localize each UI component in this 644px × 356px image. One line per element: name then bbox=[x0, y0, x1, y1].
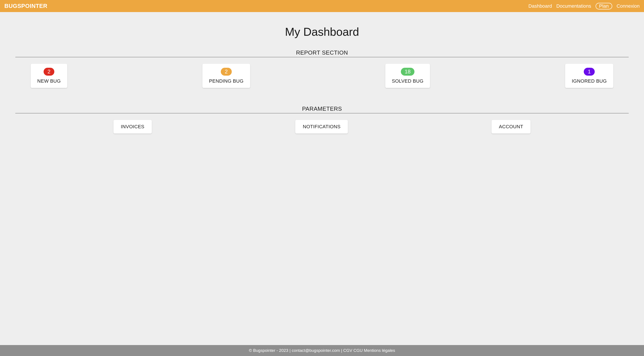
footer-legal[interactable]: Mentions légales bbox=[364, 348, 395, 353]
report-card-row: 2 NEW BUG 2 PENDING BUG 18 SOLVED BUG 1 … bbox=[15, 64, 629, 88]
footer-cgv[interactable]: CGV bbox=[343, 348, 352, 353]
footer: © Bugspointer - 2023 | contact@bugspoint… bbox=[0, 345, 644, 356]
header: BUGSPOINTER Dashboard Documentations Pla… bbox=[0, 0, 644, 12]
account-label: ACCOUNT bbox=[499, 124, 523, 130]
invoices-label: INVOICES bbox=[121, 124, 144, 130]
page-title: My Dashboard bbox=[15, 25, 629, 38]
main-content: My Dashboard REPORT SECTION 2 NEW BUG 2 … bbox=[0, 12, 644, 345]
pending-bug-badge: 2 bbox=[221, 68, 232, 76]
ignored-bug-badge: 1 bbox=[584, 68, 594, 76]
invoices-card[interactable]: INVOICES bbox=[114, 120, 152, 134]
parameters-card-row: INVOICES NOTIFICATIONS ACCOUNT bbox=[15, 120, 629, 134]
report-section-title: REPORT SECTION bbox=[15, 49, 629, 57]
footer-email[interactable]: contact@bugspointer.com bbox=[292, 348, 340, 353]
nav-connexion[interactable]: Connexion bbox=[616, 3, 640, 9]
ignored-bug-label: IGNORED BUG bbox=[572, 78, 607, 84]
nav-plan[interactable]: Plan bbox=[596, 3, 612, 10]
footer-sep1: | bbox=[288, 348, 292, 353]
new-bug-badge: 2 bbox=[44, 68, 54, 76]
notifications-label: NOTIFICATIONS bbox=[303, 124, 340, 130]
new-bug-label: NEW BUG bbox=[37, 78, 61, 84]
brand-logo[interactable]: BUGSPOINTER bbox=[4, 3, 47, 10]
solved-bug-badge: 18 bbox=[401, 68, 415, 76]
ignored-bug-card[interactable]: 1 IGNORED BUG bbox=[565, 64, 613, 88]
solved-bug-label: SOLVED BUG bbox=[392, 78, 424, 84]
account-card[interactable]: ACCOUNT bbox=[492, 120, 531, 134]
parameters-section-title: PARAMETERS bbox=[15, 105, 629, 113]
nav-dashboard[interactable]: Dashboard bbox=[528, 3, 552, 9]
new-bug-card[interactable]: 2 NEW BUG bbox=[31, 64, 67, 88]
footer-sep2: | bbox=[340, 348, 344, 353]
solved-bug-card[interactable]: 18 SOLVED BUG bbox=[385, 64, 430, 88]
pending-bug-card[interactable]: 2 PENDING BUG bbox=[202, 64, 250, 88]
footer-copyright: © Bugspointer - 2023 bbox=[249, 348, 288, 353]
main-nav: Dashboard Documentations Plan Connexion bbox=[528, 3, 640, 10]
nav-documentations[interactable]: Documentations bbox=[556, 3, 591, 9]
notifications-card[interactable]: NOTIFICATIONS bbox=[295, 120, 348, 134]
pending-bug-label: PENDING BUG bbox=[209, 78, 243, 84]
footer-cgu[interactable]: CGU bbox=[354, 348, 363, 353]
